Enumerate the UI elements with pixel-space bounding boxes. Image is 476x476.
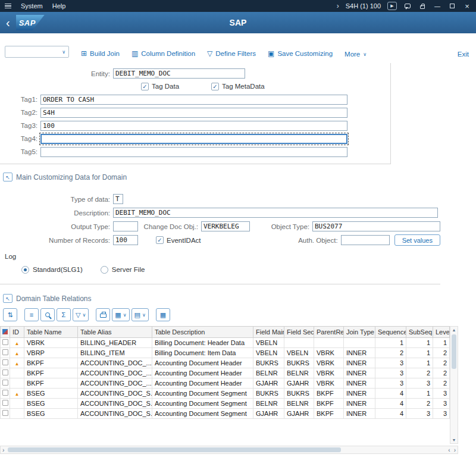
maximize-button[interactable]: [448, 2, 456, 10]
cell-field-main[interactable]: VBELN: [253, 338, 284, 348]
col-header-parentrel[interactable]: ParentRel: [314, 327, 344, 338]
print-button[interactable]: [96, 308, 110, 321]
cell-table-description[interactable]: Accounting Document Header: [152, 378, 253, 389]
search-button[interactable]: [40, 308, 55, 321]
define-filters-button[interactable]: ▽ Define Filters: [207, 49, 256, 58]
cell-subseq[interactable]: 1: [406, 348, 433, 358]
cell-table-name[interactable]: BKPF: [24, 378, 78, 389]
minimize-button[interactable]: —: [433, 2, 441, 10]
cell-table-name[interactable]: VBRP: [24, 348, 78, 358]
cell-table-name[interactable]: BSEG: [24, 399, 78, 409]
cell-table-name[interactable]: BSEG: [24, 409, 78, 419]
cell-join-type[interactable]: INNER: [344, 358, 375, 368]
tag4-input[interactable]: [40, 134, 347, 144]
cell-parentrel[interactable]: BKPF: [314, 409, 344, 419]
cell-parentrel[interactable]: BKPF: [314, 399, 344, 409]
row-select-cell[interactable]: [1, 399, 10, 409]
change-doc-input[interactable]: [201, 221, 250, 231]
table-row[interactable]: ▲ BKPF ACCOUNTING_DOC_... Accounting Doc…: [1, 368, 450, 378]
cell-table-alias[interactable]: ACCOUNTING_DOC_S...: [78, 399, 152, 409]
exit-button[interactable]: Exit: [458, 51, 469, 58]
row-checkbox[interactable]: [2, 349, 8, 355]
cell-join-type[interactable]: INNER: [344, 378, 375, 389]
cell-table-name[interactable]: BSEG: [24, 389, 78, 399]
cell-subseq[interactable]: 1: [406, 338, 433, 348]
cell-sequence[interactable]: 1: [375, 338, 406, 348]
tag-data-checkbox[interactable]: Tag Data: [141, 83, 179, 90]
chat-icon[interactable]: [403, 2, 412, 10]
cell-join-type[interactable]: INNER: [344, 368, 375, 378]
set-values-button[interactable]: Set values: [394, 234, 440, 246]
layout-select[interactable]: ∨: [5, 46, 69, 58]
tag-metadata-checkbox[interactable]: Tag MetaData: [211, 83, 265, 90]
cell-subseq[interactable]: 3: [406, 378, 433, 389]
tag2-input[interactable]: [40, 108, 347, 118]
row-checkbox[interactable]: [2, 400, 8, 406]
column-definition-button[interactable]: ▥ Column Definition: [131, 49, 195, 58]
number-of-records-input[interactable]: [113, 235, 138, 245]
cell-table-description[interactable]: Billing Document: Header Data: [152, 338, 253, 348]
menu-system[interactable]: System: [21, 2, 43, 10]
col-header-subseq[interactable]: SubSeq.: [406, 327, 433, 338]
row-select-cell[interactable]: [1, 338, 10, 348]
cell-sequence[interactable]: 4: [375, 409, 406, 419]
row-checkbox[interactable]: [2, 410, 8, 416]
col-header-level[interactable]: Level: [433, 327, 450, 338]
cell-subseq[interactable]: 2: [406, 368, 433, 378]
cell-field-main[interactable]: BELNR: [253, 399, 284, 409]
eventid-checkbox[interactable]: EventIDAct: [156, 236, 201, 244]
col-header-field-sec[interactable]: Field Sec.: [284, 327, 314, 338]
more-button[interactable]: More ∨: [345, 51, 367, 58]
layout-button[interactable]: ▦: [156, 308, 170, 321]
cell-field-sec[interactable]: BELNR: [284, 368, 314, 378]
table-row[interactable]: ▲ BKPF ACCOUNTING_DOC_... Accounting Doc…: [1, 378, 450, 389]
table-row[interactable]: ▲ VBRP BILLING_ITEM Billing Document: It…: [1, 348, 450, 358]
row-checkbox[interactable]: [2, 380, 8, 386]
cell-subseq[interactable]: 1: [406, 389, 433, 399]
entity-input[interactable]: [113, 68, 245, 79]
row-select-cell[interactable]: [1, 358, 10, 368]
cell-sequence[interactable]: 4: [375, 389, 406, 399]
cell-table-description[interactable]: Accounting Document Segment: [152, 409, 253, 419]
cell-table-name[interactable]: VBRK: [24, 338, 78, 348]
cell-level[interactable]: 2: [433, 378, 450, 389]
cell-join-type[interactable]: INNER: [344, 348, 375, 358]
build-join-button[interactable]: ⊞ Build Join: [81, 49, 120, 58]
auth-object-input[interactable]: [341, 235, 390, 245]
lock-icon[interactable]: [418, 2, 427, 10]
cell-field-sec[interactable]: BELNR: [284, 399, 314, 409]
cell-table-description[interactable]: Accounting Document Segment: [152, 389, 253, 399]
output-type-input[interactable]: [113, 221, 138, 231]
cell-join-type[interactable]: INNER: [344, 389, 375, 399]
type-of-data-input[interactable]: [113, 194, 123, 204]
cell-table-description[interactable]: Accounting Document Header: [152, 358, 253, 368]
cell-field-sec[interactable]: VBELN: [284, 348, 314, 358]
col-header-table-name[interactable]: Table Name: [24, 327, 78, 338]
col-header-table-alias[interactable]: Table Alias: [78, 327, 152, 338]
cell-join-type[interactable]: INNER: [344, 409, 375, 419]
cell-subseq[interactable]: 1: [406, 358, 433, 368]
row-select-cell[interactable]: [1, 378, 10, 389]
description-input[interactable]: [113, 208, 438, 218]
chevron-right-icon[interactable]: ›: [337, 2, 339, 10]
cell-sequence[interactable]: 2: [375, 348, 406, 358]
scrollbar-thumb[interactable]: [452, 334, 456, 369]
cell-parentrel[interactable]: [314, 338, 344, 348]
col-header-join-type[interactable]: Join Type: [344, 327, 375, 338]
cell-field-sec[interactable]: GJAHR: [284, 378, 314, 389]
cell-field-sec[interactable]: [284, 338, 314, 348]
views-button[interactable]: ▦∨: [112, 308, 129, 321]
col-header-field-main[interactable]: Field Main: [253, 327, 284, 338]
radio-standard-slg1[interactable]: Standard(SLG1): [21, 266, 83, 274]
cell-table-description[interactable]: Accounting Document Header: [152, 368, 253, 378]
cell-level[interactable]: 1: [433, 338, 450, 348]
scroll-left-icon[interactable]: ‹: [446, 447, 452, 453]
cell-parentrel[interactable]: VBRK: [314, 368, 344, 378]
cell-field-main[interactable]: BELNR: [253, 368, 284, 378]
cell-level[interactable]: 3: [433, 399, 450, 409]
cell-table-alias[interactable]: BILLING_HEADER: [78, 338, 152, 348]
cell-parentrel[interactable]: VBRK: [314, 348, 344, 358]
cell-field-sec[interactable]: BUKRS: [284, 358, 314, 368]
col-header-table-description[interactable]: Table Description: [152, 327, 253, 338]
row-select-cell[interactable]: [1, 409, 10, 419]
